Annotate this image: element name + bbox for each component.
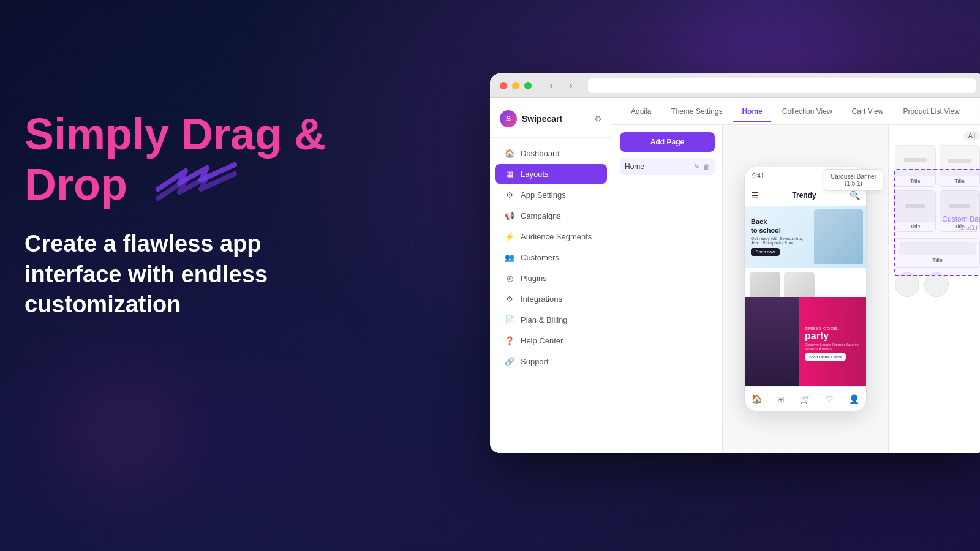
banner-image xyxy=(814,209,863,264)
tab-collection-view[interactable]: Collection View xyxy=(774,101,841,122)
layouts-icon: ▦ xyxy=(505,169,514,179)
appsettings-icon: ⚙ xyxy=(505,190,514,200)
url-bar[interactable] xyxy=(588,78,976,93)
banner-title: Backto school xyxy=(751,218,806,234)
hero-heading: Simply Drag & Drop xyxy=(24,110,380,217)
store-name: Trendy xyxy=(792,191,816,200)
sidebar-brand: S Swipecart ⚙ xyxy=(490,105,612,138)
settings-icon[interactable]: ⚙ xyxy=(594,114,602,124)
billing-icon: 📄 xyxy=(505,315,514,324)
forward-button[interactable]: › xyxy=(564,78,578,93)
edit-icon[interactable]: ✎ xyxy=(694,163,699,171)
menu-icon[interactable]: ☰ xyxy=(751,190,759,200)
tab-home[interactable]: Home xyxy=(733,101,771,122)
sub-line3: customization xyxy=(24,291,181,317)
hero-heading-line2: Drop xyxy=(24,160,127,209)
carousel-banner-card: Carousel Banner (1.5:1) xyxy=(824,169,883,191)
nav-cart-icon[interactable]: 🛒 xyxy=(799,393,812,405)
browser-nav: ‹ › xyxy=(544,78,578,93)
audience-icon: ⚡ xyxy=(505,231,514,241)
delete-icon[interactable]: 🗑 xyxy=(703,163,710,171)
preview-line xyxy=(948,159,971,163)
sidebar-item-plugins[interactable]: ◎ Plugins xyxy=(495,268,607,288)
pages-panel: Add Page Home ✎ 🗑 xyxy=(612,125,723,453)
sidebar-label-layouts: Layouts xyxy=(521,170,549,179)
helpcenter-icon: ❓ xyxy=(505,335,514,345)
dashboard-icon: 🏠 xyxy=(505,148,514,158)
sidebar-item-customers[interactable]: 👥 Customers xyxy=(495,247,607,267)
preview-line xyxy=(903,158,927,162)
integrations-icon: ⚙ xyxy=(505,294,514,304)
custom-banner-ratio: (1.5:1) xyxy=(958,223,978,231)
avatar-component-1[interactable] xyxy=(895,272,919,297)
page-actions: ✎ 🗑 xyxy=(694,163,710,171)
sidebar-item-campaigns[interactable]: 📢 Campaigns xyxy=(495,206,607,225)
back-button[interactable]: ‹ xyxy=(544,78,559,93)
browser-titlebar: ‹ › xyxy=(490,73,980,98)
sidebar-label-integrations: Integrations xyxy=(521,294,562,304)
search-icon[interactable]: 🔍 xyxy=(850,190,860,200)
page-item-home[interactable]: Home ✎ 🗑 xyxy=(620,158,715,175)
banner-image-placeholder xyxy=(814,209,863,264)
app-layout: S Swipecart ⚙ 🏠 Dashboard ▦ Layouts ⚙ Ap… xyxy=(490,98,980,453)
tab-theme-settings[interactable]: Theme Settings xyxy=(662,101,731,122)
page-label: Home xyxy=(625,162,644,171)
sidebar: S Swipecart ⚙ 🏠 Dashboard ▦ Layouts ⚙ Ap… xyxy=(490,98,612,453)
sidebar-item-helpcenter[interactable]: ❓ Help Center xyxy=(495,331,607,350)
sidebar-item-billing[interactable]: 📄 Plan & Billing xyxy=(495,310,607,329)
tab-aquila[interactable]: Aquila xyxy=(622,101,660,122)
product-image-tshirt xyxy=(784,272,815,300)
brand-name: Swipecart xyxy=(522,114,562,124)
sidebar-item-appsettings[interactable]: ⚙ App Settings xyxy=(495,185,607,204)
main-content: Aquila Theme Settings Home Collection Vi… xyxy=(612,98,980,453)
add-page-button[interactable]: Add Page xyxy=(620,132,715,152)
product-image-backpack xyxy=(750,272,780,300)
tab-cart-view[interactable]: Cart View xyxy=(843,101,892,122)
phone-time: 9:41 xyxy=(752,173,764,179)
sidebar-item-dashboard[interactable]: 🏠 Dashboard xyxy=(495,143,607,163)
sidebar-label-dashboard: Dashboard xyxy=(521,149,560,158)
avatar-component-2[interactable] xyxy=(924,272,949,297)
carousel-banner-title: Carousel Banner xyxy=(831,173,876,180)
custom-banner-overlay: Custom Banner (1.5:1) xyxy=(894,169,980,276)
tab-product-page[interactable]: Product Page View xyxy=(971,101,980,122)
close-button[interactable] xyxy=(500,82,507,89)
sidebar-item-layouts[interactable]: ▦ Layouts xyxy=(495,164,607,184)
nav-home-icon[interactable]: 🏠 xyxy=(751,393,763,405)
arrow-decoration xyxy=(152,159,238,217)
plugins-icon: ◎ xyxy=(505,273,514,283)
custom-banner-label: Custom Banner xyxy=(942,215,980,223)
sidebar-label-plugins: Plugins xyxy=(521,274,547,283)
hero-heading-line1: Simply Drag & xyxy=(24,110,326,159)
maximize-button[interactable] xyxy=(524,82,532,89)
avatar-components xyxy=(895,272,980,297)
banner-text: Backto school Get ready with Sweatshirts… xyxy=(751,218,806,255)
brand-logo: S xyxy=(500,110,517,127)
phone-area: 9:41 ▐▐▐ 📶 🔋 ☰ Trendy 🔍 xyxy=(723,125,888,453)
sidebar-label-billing: Plan & Billing xyxy=(521,315,568,324)
filter-section: All xyxy=(895,131,980,140)
arrow-icon xyxy=(152,159,238,208)
dress-code-cta[interactable]: Shop Leonie's picks xyxy=(805,353,846,361)
phone-content: Backto school Get ready with Sweatshirts… xyxy=(745,206,866,389)
tab-product-list[interactable]: Product List View xyxy=(894,101,968,122)
banner-cta[interactable]: Shop now xyxy=(751,248,780,256)
filter-all[interactable]: All xyxy=(963,131,980,140)
minimize-button[interactable] xyxy=(512,82,519,89)
customers-icon: 👥 xyxy=(505,252,514,262)
campaigns-icon: 📢 xyxy=(505,211,514,220)
dress-code-subtitle: Discover Leonie Hanne's favorite evening… xyxy=(805,343,860,350)
sidebar-item-audience[interactable]: ⚡ Audience Segments xyxy=(495,227,607,246)
nav-grid-icon[interactable]: ⊞ xyxy=(775,393,787,405)
sidebar-item-integrations[interactable]: ⚙ Integrations xyxy=(495,289,607,309)
nav-profile-icon[interactable]: 👤 xyxy=(848,393,860,405)
nav-wishlist-icon[interactable]: ♡ xyxy=(824,393,836,405)
sidebar-label-helpcenter: Help Center xyxy=(521,336,563,345)
sidebar-item-support[interactable]: 🔗 Support xyxy=(495,351,607,371)
sidebar-label-appsettings: App Settings xyxy=(521,190,566,200)
dress-code-content: Dress code: party Discover Leonie Hanne'… xyxy=(799,297,866,389)
dress-code-banner: Dress code: party Discover Leonie Hanne'… xyxy=(745,297,866,389)
sub-line1: Create a flawless app xyxy=(24,231,262,257)
dress-code-party: party xyxy=(805,331,860,341)
sidebar-label-customers: Customers xyxy=(521,253,559,262)
